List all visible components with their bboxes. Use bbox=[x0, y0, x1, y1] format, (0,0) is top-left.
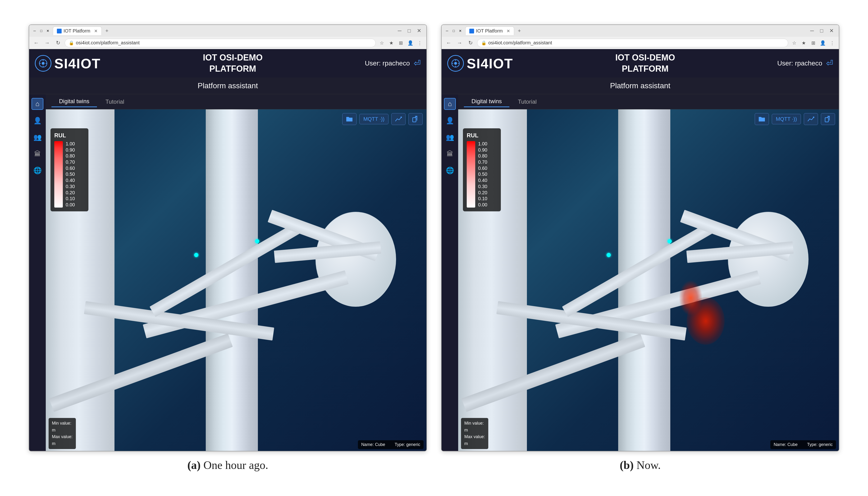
right-tab-close[interactable]: ✕ bbox=[507, 29, 510, 34]
right-legend-labels: 1.00 0.90 0.80 0.70 0.60 0.50 0.40 0.30 bbox=[478, 141, 487, 207]
right-close-button[interactable]: ✕ bbox=[458, 28, 463, 33]
left-maximize-button[interactable]: □ bbox=[39, 28, 44, 33]
right-tab-tutorial[interactable]: Tutorial bbox=[510, 96, 544, 107]
left-lock-icon: 🔒 bbox=[69, 40, 74, 46]
left-tab-add[interactable]: + bbox=[103, 27, 111, 35]
left-share-button[interactable] bbox=[408, 113, 423, 125]
left-refresh-button[interactable]: ↻ bbox=[54, 38, 62, 47]
left-legend-val-4: 0.60 bbox=[66, 166, 75, 171]
right-sidebar-users[interactable]: 👥 bbox=[444, 131, 456, 143]
left-sidebar-home[interactable]: ⌂ bbox=[32, 98, 43, 110]
right-legend-content: 1.00 0.90 0.80 0.70 0.60 0.50 0.40 0.30 bbox=[467, 141, 497, 207]
left-folder-button[interactable] bbox=[342, 113, 356, 125]
left-forward-button[interactable]: → bbox=[43, 38, 51, 47]
right-legend-val-9: 0.10 bbox=[478, 196, 487, 201]
left-sidebar-user[interactable]: 👤 bbox=[32, 114, 43, 126]
left-minimize-button[interactable]: ─ bbox=[32, 28, 37, 33]
left-bookmark-star[interactable]: ☆ bbox=[378, 39, 386, 47]
left-grid-icon[interactable]: ⊞ bbox=[397, 39, 405, 47]
right-minimize-button[interactable]: ─ bbox=[445, 28, 450, 33]
right-legend-val-1: 0.90 bbox=[478, 147, 487, 153]
left-sidebar-building[interactable]: 🏛 bbox=[32, 148, 43, 160]
right-rul-legend: RUL 1.00 0.90 0.80 0.70 0.60 bbox=[463, 128, 501, 211]
left-tabs-bar: Digital twins Tutorial bbox=[46, 94, 427, 109]
right-sidebar: ⌂ 👤 👥 🏛 🌐 bbox=[441, 94, 458, 451]
right-extensions-icon[interactable]: ★ bbox=[800, 39, 807, 47]
left-sidebar: ⌂ 👤 👥 🏛 🌐 bbox=[29, 94, 46, 451]
left-toolbar-actions: ☆ ★ ⊞ 👤 ⋮ bbox=[378, 39, 423, 47]
right-screenshot-wrapper: ─ □ ✕ IOT Platform ✕ + ─ □ bbox=[441, 25, 839, 471]
left-viewport[interactable]: MQTT ·)) bbox=[46, 109, 427, 451]
right-caption: (b) Now. bbox=[620, 459, 661, 471]
right-win-minimize[interactable]: ─ bbox=[808, 27, 816, 35]
right-user-label: User: rpacheco bbox=[777, 60, 822, 67]
left-caption-label: (a) bbox=[187, 459, 200, 471]
right-sidebar-home[interactable]: ⌂ bbox=[444, 98, 456, 110]
left-viewport-toolbar: MQTT ·)) bbox=[342, 113, 423, 125]
right-browser-window: ─ □ ✕ IOT Platform ✕ + ─ □ bbox=[441, 25, 839, 451]
right-viewport[interactable]: MQTT ·)) bbox=[458, 109, 839, 451]
left-sidebar-users[interactable]: 👥 bbox=[32, 131, 43, 143]
right-mqtt-button[interactable]: MQTT ·)) bbox=[772, 114, 801, 124]
left-tab[interactable]: IOT Platform ✕ bbox=[53, 27, 102, 35]
right-window-controls: ─ □ ✕ bbox=[445, 28, 463, 33]
right-legend-val-6: 0.40 bbox=[478, 178, 487, 183]
right-maximize-button[interactable]: □ bbox=[451, 28, 456, 33]
left-main-layout: ⌂ 👤 👥 🏛 🌐 Digital twins Tutorial bbox=[29, 94, 427, 451]
svg-rect-14 bbox=[825, 118, 829, 122]
right-legend-val-8: 0.20 bbox=[478, 190, 487, 196]
right-legend-gradient bbox=[467, 141, 475, 207]
right-app-header: SI4IOT IOT OSI-DEMO PLATFORM User: rpach… bbox=[441, 49, 839, 78]
left-title-bar: ─ □ ✕ IOT Platform ✕ + ─ □ bbox=[29, 25, 427, 37]
right-grid-icon[interactable]: ⊞ bbox=[809, 39, 817, 47]
right-profile-icon[interactable]: 👤 bbox=[819, 39, 826, 47]
right-bookmark-star[interactable]: ☆ bbox=[790, 39, 798, 47]
left-content-area: Digital twins Tutorial bbox=[46, 94, 427, 451]
right-chart-button[interactable] bbox=[804, 113, 818, 125]
right-menu-icon[interactable]: ⋮ bbox=[829, 39, 836, 47]
right-forward-button[interactable]: → bbox=[455, 38, 464, 47]
right-win-close[interactable]: ✕ bbox=[827, 27, 836, 35]
left-mqtt-button[interactable]: MQTT ·)) bbox=[359, 114, 388, 124]
left-close-button[interactable]: ✕ bbox=[45, 28, 50, 33]
left-tab-digital-twins[interactable]: Digital twins bbox=[51, 96, 97, 107]
right-legend-val-7: 0.30 bbox=[478, 184, 487, 189]
left-menu-icon[interactable]: ⋮ bbox=[416, 39, 423, 47]
right-logout-button[interactable]: ⏎ bbox=[826, 58, 833, 68]
right-refresh-button[interactable]: ↻ bbox=[466, 38, 475, 47]
left-chart-button[interactable] bbox=[391, 113, 405, 125]
left-logout-button[interactable]: ⏎ bbox=[414, 58, 421, 68]
left-tab-tutorial[interactable]: Tutorial bbox=[98, 96, 132, 107]
right-tab[interactable]: IOT Platform ✕ bbox=[465, 27, 514, 35]
right-win-restore[interactable]: □ bbox=[818, 27, 825, 35]
left-win-close[interactable]: ✕ bbox=[415, 27, 423, 35]
right-sidebar-globe[interactable]: 🌐 bbox=[444, 165, 456, 176]
left-tab-close[interactable]: ✕ bbox=[94, 29, 98, 34]
left-sidebar-globe[interactable]: 🌐 bbox=[32, 165, 43, 176]
left-win-minimize[interactable]: ─ bbox=[395, 27, 404, 35]
left-caption-text: One hour ago. bbox=[203, 459, 268, 471]
left-address-bar[interactable]: 🔒 osi4iot.com/platform_assistant bbox=[65, 38, 376, 47]
left-legend-val-8: 0.20 bbox=[66, 190, 75, 196]
right-tab-digital-twins[interactable]: Digital twins bbox=[464, 96, 509, 107]
right-sidebar-user[interactable]: 👤 bbox=[444, 114, 456, 126]
right-legend-val-5: 0.50 bbox=[478, 171, 487, 177]
left-back-button[interactable]: ← bbox=[32, 38, 41, 47]
left-legend-val-7: 0.30 bbox=[66, 184, 75, 189]
right-sidebar-building[interactable]: 🏛 bbox=[444, 148, 456, 160]
left-profile-icon[interactable]: 👤 bbox=[406, 39, 414, 47]
right-browser-toolbar: ← → ↻ 🔒 osi4iot.com/platform_assistant ☆… bbox=[441, 37, 839, 49]
right-folder-button[interactable] bbox=[755, 113, 769, 125]
right-platform-title-line1: IOT OSI-DEMO bbox=[519, 52, 772, 63]
left-legend-val-2: 0.80 bbox=[66, 153, 75, 159]
left-win-restore[interactable]: □ bbox=[405, 27, 413, 35]
right-tab-add[interactable]: + bbox=[515, 27, 524, 35]
left-legend-gradient bbox=[54, 141, 63, 207]
left-extensions-icon[interactable]: ★ bbox=[388, 39, 395, 47]
right-address-bar[interactable]: 🔒 osi4iot.com/platform_assistant bbox=[477, 38, 788, 47]
right-back-button[interactable]: ← bbox=[445, 38, 453, 47]
right-share-button[interactable] bbox=[821, 113, 835, 125]
left-screenshot-wrapper: ─ □ ✕ IOT Platform ✕ + ─ □ bbox=[29, 25, 427, 471]
right-caption-text: Now. bbox=[637, 459, 661, 471]
right-legend-val-4: 0.60 bbox=[478, 166, 487, 171]
